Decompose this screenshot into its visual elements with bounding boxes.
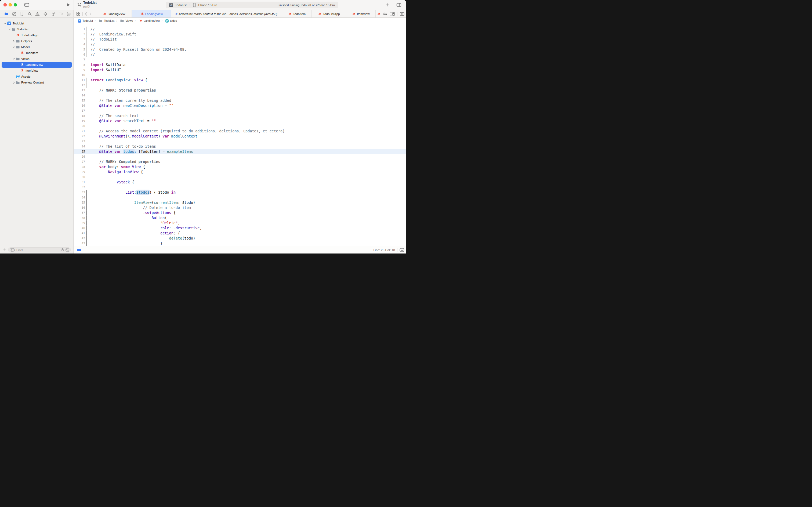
project-navigator-icon[interactable] [4, 11, 9, 16]
code-line-21[interactable]: 21 // Access the model context (required… [74, 129, 406, 134]
code-line-29[interactable]: 29 NavigationView { [74, 169, 406, 175]
filter-input[interactable]: Filter [8, 247, 71, 252]
code-line-9[interactable]: 9import SwiftUI [74, 67, 406, 72]
breadcrumb-item-views[interactable]: Views [120, 19, 133, 22]
sidebar-item-todoitem[interactable]: TodoItem [2, 50, 72, 56]
code-line-20[interactable]: 20 [74, 123, 406, 129]
code-line-31[interactable]: 31 VStack { [74, 180, 406, 185]
code-line-37[interactable]: 37 .swipeActions { [74, 210, 406, 215]
code-line-42[interactable]: 42 delete(todo) [74, 236, 406, 241]
sidebar-item-model[interactable]: Model [2, 44, 72, 50]
code-line-12[interactable]: 12 [74, 83, 406, 88]
new-tab-icon[interactable] [386, 3, 390, 7]
code-line-36[interactable]: 36 // Delete a to-do item [74, 205, 406, 210]
sidebar-item-views[interactable]: Views [2, 56, 72, 62]
code-line-24[interactable]: 24 // The list of to-do items [74, 144, 406, 149]
zoom-window-button[interactable] [14, 3, 17, 6]
code-line-32[interactable]: 32 [74, 185, 406, 190]
chevron-right-icon[interactable] [12, 81, 15, 84]
code-line-35[interactable]: 35 ItemView(currentItem: $todo) [74, 200, 406, 205]
code-review-icon[interactable] [383, 12, 387, 15]
code-line-27[interactable]: 27 // MARK: Computed properties [74, 159, 406, 164]
code-line-40[interactable]: 40 role: .destructive, [74, 226, 406, 231]
toggle-left-sidebar-icon[interactable] [24, 3, 29, 7]
tab-landingview[interactable]: LandingView [132, 10, 171, 17]
tab-todoitem[interactable]: TodoItem [282, 10, 312, 17]
sidebar-item-assets[interactable]: Assets [2, 73, 72, 79]
code-line-41[interactable]: 41 action: { [74, 231, 406, 236]
tab-itemview[interactable]: ItemView [346, 10, 375, 17]
code-line-2[interactable]: 2// LandingView.swift [74, 32, 406, 37]
code-line-13[interactable]: 13 // MARK: Stored properties [74, 88, 406, 93]
scheme-device[interactable]: iPhone 15 Pro [197, 3, 217, 7]
code-line-6[interactable]: 6// [74, 52, 406, 57]
sidebar-item-helpers[interactable]: Helpers [2, 38, 72, 44]
sidebar-item-todolist[interactable]: ATodoList [2, 20, 72, 26]
code-line-16[interactable]: 16 @State var newItemDescription = "" [74, 103, 406, 108]
source-control-icon[interactable] [12, 11, 16, 16]
minimize-window-button[interactable] [9, 3, 12, 6]
change-marker-icon[interactable] [77, 249, 81, 251]
chevron-down-icon[interactable] [7, 28, 11, 31]
source-control-status-filter-icon[interactable] [65, 248, 69, 251]
go-back-icon[interactable] [85, 12, 87, 16]
code-line-43[interactable]: 43 } [74, 241, 406, 246]
recent-files-clock-icon[interactable] [61, 248, 64, 251]
code-line-23[interactable]: 23 [74, 139, 406, 144]
add-editor-icon[interactable] [400, 12, 404, 16]
code-line-30[interactable]: 30 [74, 175, 406, 180]
close-window-button[interactable] [3, 3, 7, 6]
editor-focus-icon[interactable] [400, 248, 404, 252]
scheme-status-capsule[interactable]: A TodoList 〉 iPhone 15 Pro Finished runn… [166, 2, 338, 8]
code-line-5[interactable]: 5// Created by Russell Gordon on 2024-04… [74, 47, 406, 52]
tab-partial[interactable] [375, 10, 381, 17]
code-line-3[interactable]: 3// TodoList [74, 37, 406, 42]
chevron-down-icon[interactable] [3, 22, 7, 25]
sidebar-item-todolistapp[interactable]: TodoListApp [2, 32, 72, 38]
run-button[interactable] [66, 3, 70, 7]
code-line-4[interactable]: 4// [74, 42, 406, 47]
code-line-8[interactable]: 8import SwiftData [74, 62, 406, 67]
code-line-10[interactable]: 10 [74, 72, 406, 77]
code-line-14[interactable]: 14 [74, 93, 406, 98]
debug-icon[interactable] [51, 11, 55, 16]
tab-added[interactable]: #Added the model context to the lan…atio… [171, 10, 282, 17]
breadcrumb-item-landingview[interactable]: LandingView [138, 19, 160, 22]
source-editor[interactable]: 1//2// LandingView.swift3// TodoList4//5… [74, 24, 406, 246]
sidebar-item-landingview[interactable]: LandingView [2, 62, 72, 68]
chevron-down-icon[interactable] [12, 46, 15, 48]
code-line-15[interactable]: 15 // The item currently being added [74, 98, 406, 103]
tab-overview-grid-icon[interactable] [76, 12, 80, 16]
code-line-19[interactable]: 19 @State var searchText = "" [74, 118, 406, 123]
breadcrumb-item-todolist[interactable]: TodoList [99, 19, 114, 22]
code-line-39[interactable]: 39 "Delete", [74, 220, 406, 226]
code-line-25[interactable]: 25 @State var todos: [TodoItem] = exampl… [74, 149, 406, 154]
chevron-down-icon[interactable] [12, 58, 15, 60]
chevron-right-icon[interactable] [12, 40, 15, 43]
go-forward-icon[interactable] [90, 12, 92, 16]
code-line-33[interactable]: 33 List($todos) { $todo in [74, 190, 406, 195]
sidebar-item-itemview[interactable]: ItemView [2, 68, 72, 73]
reports-icon[interactable] [66, 11, 71, 16]
scheme-target[interactable]: TodoList [175, 3, 187, 7]
find-icon[interactable] [27, 11, 32, 16]
code-line-7[interactable]: 7 [74, 57, 406, 62]
breadcrumb-item-todos[interactable]: Ptodos [165, 19, 177, 22]
tab-landingview[interactable]: LandingView [96, 10, 132, 17]
sidebar-item-todolist[interactable]: TodoList [2, 26, 72, 32]
code-line-22[interactable]: 22 @Environment(\.modelContext) var mode… [74, 134, 406, 139]
issues-icon[interactable] [35, 11, 40, 16]
code-line-11[interactable]: 11struct LandingView: View { [74, 77, 406, 83]
adjust-editor-options-icon[interactable] [390, 12, 395, 16]
bookmarks-icon[interactable] [19, 11, 24, 16]
code-line-38[interactable]: 38 Button( [74, 215, 406, 220]
code-line-26[interactable]: 26 [74, 154, 406, 159]
code-line-28[interactable]: 28 var body: some View { [74, 164, 406, 169]
breadcrumb-item-todolist[interactable]: ATodoList [78, 19, 93, 22]
code-line-18[interactable]: 18 // The search text [74, 113, 406, 118]
code-line-34[interactable]: 34 [74, 195, 406, 200]
code-line-1[interactable]: 1// [74, 26, 406, 32]
tests-icon[interactable] [43, 11, 48, 16]
tab-todolistapp[interactable]: TodoListApp [312, 10, 346, 17]
breakpoints-icon[interactable] [59, 11, 63, 16]
